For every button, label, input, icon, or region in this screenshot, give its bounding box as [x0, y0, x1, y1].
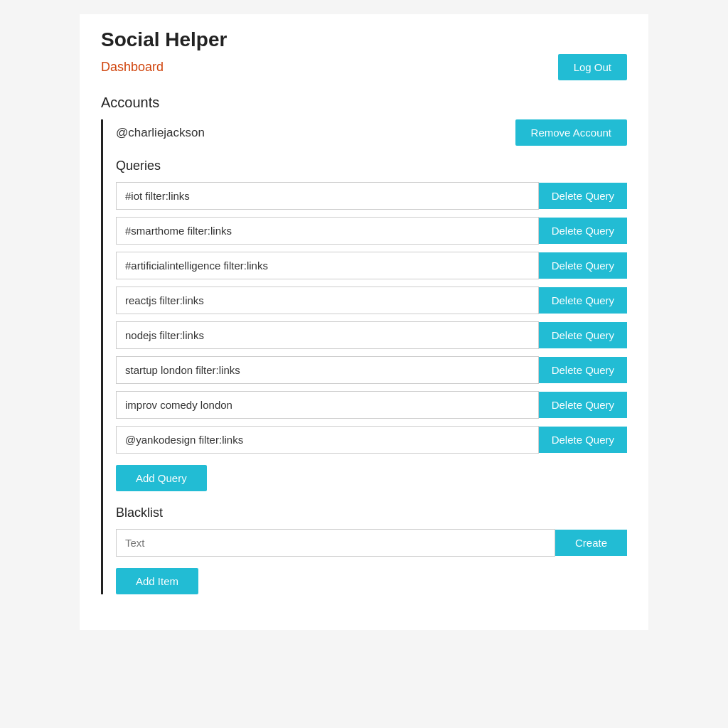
blacklist-section: Blacklist Create Add Item	[116, 505, 627, 594]
query-row: Delete Query	[116, 252, 627, 279]
account-name: @charliejackson	[116, 126, 205, 140]
blacklist-create-row: Create	[116, 529, 627, 557]
delete-query-button-5[interactable]: Delete Query	[539, 357, 627, 383]
app-container: Social Helper Dashboard Log Out Accounts…	[80, 14, 648, 630]
query-row: Delete Query	[116, 391, 627, 419]
query-input-4[interactable]	[116, 321, 539, 349]
query-row: Delete Query	[116, 356, 627, 384]
query-row: Delete Query	[116, 426, 627, 454]
query-row: Delete Query	[116, 182, 627, 210]
app-title: Social Helper	[101, 28, 627, 51]
query-input-7[interactable]	[116, 426, 539, 454]
blacklist-text-input[interactable]	[116, 529, 555, 557]
query-input-1[interactable]	[116, 217, 539, 245]
header-row: Dashboard Log Out	[101, 54, 627, 80]
logout-button[interactable]: Log Out	[558, 54, 627, 80]
queries-title: Queries	[116, 159, 627, 173]
query-input-6[interactable]	[116, 391, 539, 419]
query-row: Delete Query	[116, 217, 627, 245]
add-item-button[interactable]: Add Item	[116, 568, 198, 594]
account-row: @charliejackson Remove Account	[116, 119, 627, 146]
queries-section: Queries Delete QueryDelete QueryDelete Q…	[116, 159, 627, 491]
blacklist-create-button[interactable]: Create	[555, 530, 627, 556]
query-row: Delete Query	[116, 287, 627, 314]
blacklist-title: Blacklist	[116, 505, 627, 520]
delete-query-button-7[interactable]: Delete Query	[539, 427, 627, 453]
dashboard-label: Dashboard	[101, 60, 164, 75]
account-section: @charliejackson Remove Account Queries D…	[101, 119, 627, 594]
delete-query-button-0[interactable]: Delete Query	[539, 183, 627, 209]
delete-query-button-3[interactable]: Delete Query	[539, 287, 627, 314]
query-input-2[interactable]	[116, 252, 539, 279]
delete-query-button-2[interactable]: Delete Query	[539, 252, 627, 279]
accounts-title: Accounts	[101, 95, 627, 111]
query-row: Delete Query	[116, 321, 627, 349]
query-input-3[interactable]	[116, 287, 539, 314]
query-input-5[interactable]	[116, 356, 539, 384]
query-input-0[interactable]	[116, 182, 539, 210]
delete-query-button-4[interactable]: Delete Query	[539, 322, 627, 348]
queries-list: Delete QueryDelete QueryDelete QueryDele…	[116, 182, 627, 454]
delete-query-button-6[interactable]: Delete Query	[539, 392, 627, 418]
delete-query-button-1[interactable]: Delete Query	[539, 218, 627, 244]
remove-account-button[interactable]: Remove Account	[515, 119, 627, 146]
add-query-button[interactable]: Add Query	[116, 465, 207, 491]
